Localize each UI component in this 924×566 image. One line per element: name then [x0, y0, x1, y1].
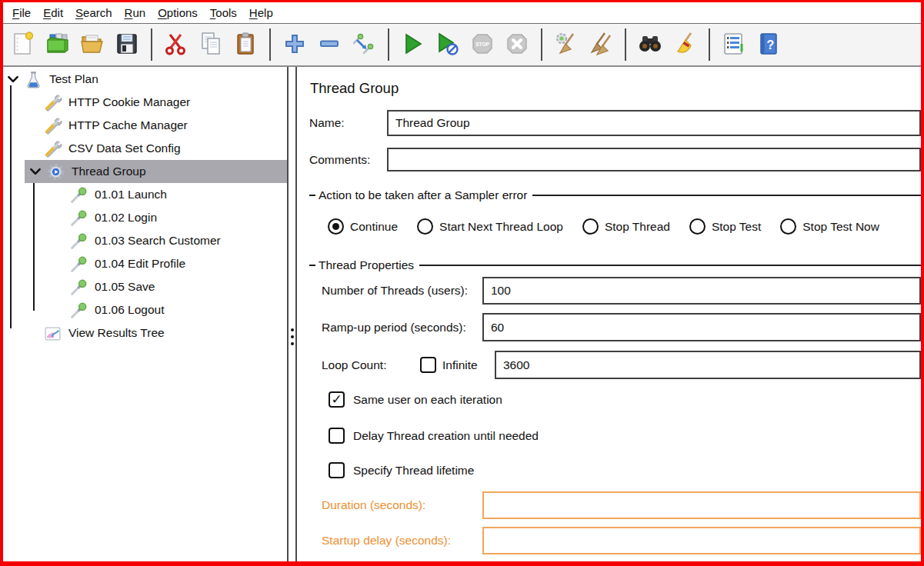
minus-icon: [315, 30, 343, 60]
ramp-up-input[interactable]: [482, 313, 921, 341]
tree-item-label: 01.02 Login: [95, 211, 157, 225]
menu-help[interactable]: Help: [243, 4, 279, 22]
copy-icon: [197, 30, 225, 60]
menu-tools[interactable]: Tools: [204, 4, 243, 22]
menu-run[interactable]: Run: [118, 4, 152, 22]
tree-item-sampler-logout[interactable]: 01.06 Logout: [3, 298, 287, 321]
start-no-timers-icon: [434, 30, 462, 60]
search-reset-button[interactable]: [670, 29, 699, 60]
copy-button[interactable]: [196, 29, 225, 60]
radio-button-icon[interactable]: [417, 218, 433, 235]
tree-item-http-cookie-manager[interactable]: HTTP Cookie Manager: [3, 91, 287, 114]
stop-button[interactable]: STOP: [468, 29, 497, 60]
num-threads-label: Number of Threads (users):: [322, 284, 482, 298]
startup-delay-input[interactable]: [482, 527, 921, 554]
tree-item-sampler-launch[interactable]: 01.01 Launch: [3, 183, 287, 206]
chevron-down-icon[interactable]: [6, 72, 20, 86]
cut-icon: [162, 30, 190, 60]
open-file-button[interactable]: [78, 29, 107, 60]
tree-item-label: 01.06 Logout: [95, 303, 165, 317]
paste-button[interactable]: [231, 29, 260, 60]
sampler-dropper-icon: [69, 301, 88, 320]
config-wrench-icon: [43, 93, 62, 112]
loop-count-input[interactable]: [495, 351, 921, 379]
tree-item-label: 01.03 Search Customer: [95, 234, 221, 248]
results-chart-icon: [43, 324, 62, 343]
menu-search[interactable]: Search: [69, 4, 118, 22]
start-no-timers-button[interactable]: [433, 29, 462, 60]
sampler-dropper-icon: [69, 278, 88, 297]
radio-button-icon[interactable]: [582, 218, 599, 235]
delay-thread-creation-checkbox-row[interactable]: Delay Thread creation until needed: [329, 428, 921, 444]
menu-options[interactable]: Options: [152, 4, 204, 22]
startup-delay-label: Startup delay (seconds):: [322, 534, 482, 548]
same-user-checkbox[interactable]: [329, 391, 345, 408]
remove-element-button[interactable]: [315, 29, 344, 60]
tree-item-sampler-search-customer[interactable]: 01.03 Search Customer: [3, 229, 287, 252]
splitter-handle[interactable]: [287, 67, 297, 561]
radio-button-icon[interactable]: [689, 218, 706, 235]
tree-item-thread-group[interactable]: Thread Group: [25, 160, 287, 183]
templates-icon: [44, 30, 72, 60]
function-helper-button[interactable]: [719, 29, 749, 60]
tree-item-label: Thread Group: [72, 165, 146, 178]
new-file-button[interactable]: [8, 29, 38, 60]
radio-stop-test[interactable]: Stop Test: [689, 218, 761, 235]
search-button[interactable]: [635, 29, 665, 60]
thread-group-icon: [46, 162, 65, 181]
chevron-down-icon[interactable]: [28, 165, 42, 178]
clear-button[interactable]: [552, 29, 581, 60]
toolbar-separator: [709, 28, 710, 61]
name-label: Name:: [309, 116, 387, 130]
toolbar-separator: [269, 28, 271, 61]
tree-item-sampler-save[interactable]: 01.05 Save: [3, 275, 287, 298]
specify-thread-lifetime-checkbox[interactable]: [329, 462, 345, 478]
loop-count-label: Loop Count:: [322, 358, 420, 372]
tree-item-http-cache-manager[interactable]: HTTP Cache Manager: [3, 114, 287, 137]
radio-button-icon[interactable]: [328, 218, 344, 235]
shutdown-button[interactable]: [502, 29, 532, 60]
start-button[interactable]: [399, 29, 428, 60]
infinite-checkbox[interactable]: [420, 357, 436, 373]
toolbar: STOP ?: [3, 24, 921, 67]
splitter-grip-icon[interactable]: [291, 328, 294, 345]
duration-input[interactable]: [482, 491, 921, 519]
radio-stop-test-now[interactable]: Stop Test Now: [780, 218, 879, 235]
name-input[interactable]: [387, 110, 921, 136]
sampler-dropper-icon: [69, 185, 88, 205]
radio-start-next-thread-loop[interactable]: Start Next Thread Loop: [417, 218, 563, 235]
thread-properties-section-title: Thread Properties: [319, 258, 414, 272]
num-threads-input[interactable]: [482, 277, 921, 305]
tree-item-csv-data-set-config[interactable]: CSV Data Set Config: [3, 137, 287, 160]
clear-all-button[interactable]: [586, 29, 615, 60]
tree-item-sampler-edit-profile[interactable]: 01.04 Edit Profile: [3, 252, 287, 275]
radio-continue[interactable]: Continue: [328, 218, 398, 235]
help-button[interactable]: ?: [754, 29, 783, 60]
add-element-button[interactable]: [280, 29, 309, 60]
same-user-checkbox-row[interactable]: Same user on each iteration: [329, 391, 921, 408]
config-wrench-icon: [43, 116, 62, 135]
content-area: Test Plan HTTP Cookie Manager HTTP Cache…: [3, 67, 921, 561]
duplicate-button[interactable]: [349, 29, 379, 60]
save-button[interactable]: [112, 29, 142, 60]
tree-item-test-plan[interactable]: Test Plan: [3, 68, 287, 91]
tree-item-view-results-tree[interactable]: View Results Tree: [3, 321, 287, 345]
radio-button-icon[interactable]: [780, 218, 796, 235]
templates-button[interactable]: [43, 29, 72, 60]
tree-item-label: HTTP Cache Manager: [68, 118, 188, 132]
delay-thread-creation-checkbox[interactable]: [329, 428, 345, 444]
menu-file[interactable]: File: [6, 4, 37, 22]
menu-edit[interactable]: Edit: [37, 4, 69, 22]
comments-label: Comments:: [309, 153, 387, 167]
tree-item-sampler-login[interactable]: 01.02 Login: [3, 206, 287, 229]
sampler-error-section-header: Action to be taken after a Sampler error: [309, 188, 921, 202]
radio-stop-thread[interactable]: Stop Thread: [582, 218, 670, 235]
menu-bar: File Edit Search Run Options Tools Help: [3, 2, 921, 24]
tree-item-label: 01.05 Save: [95, 280, 155, 294]
infinite-checkbox-group[interactable]: Infinite: [420, 357, 495, 373]
new-file-icon: [9, 30, 37, 60]
specify-thread-lifetime-checkbox-row[interactable]: Specify Thread lifetime: [329, 462, 921, 478]
comments-input[interactable]: [387, 148, 921, 171]
cut-button[interactable]: [162, 29, 191, 60]
save-icon: [113, 30, 141, 60]
